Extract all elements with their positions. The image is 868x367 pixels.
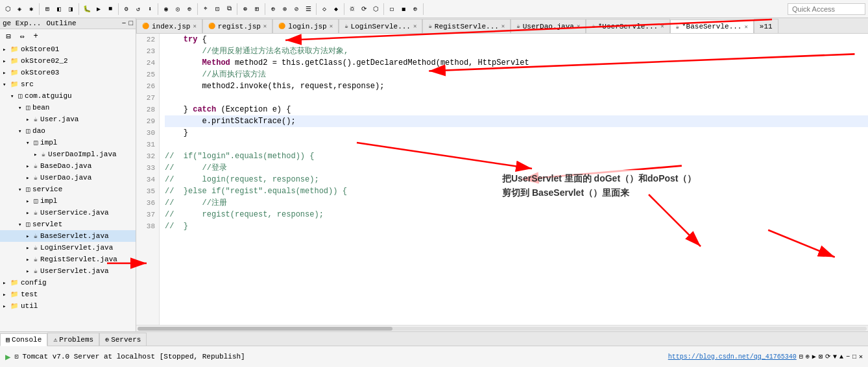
tab-close-button[interactable]: ✕ xyxy=(330,23,333,30)
sidebar-item-userservlet_java[interactable]: ▸☕UserServlet.java xyxy=(0,265,136,277)
toolbar-icon-4[interactable]: ⊞ xyxy=(42,4,53,14)
tab-loginservle[interactable]: ☕LoginServle...✕ xyxy=(339,19,422,33)
play-icon[interactable]: ▶ xyxy=(812,353,816,361)
sidebar-item-util[interactable]: ▸📁util xyxy=(0,300,136,312)
sidebar-item-registservlet_java[interactable]: ▸☕RegistServlet.java xyxy=(0,254,136,265)
toolbar-icon-9[interactable]: ⬇ xyxy=(145,4,155,14)
tab-login_jsp[interactable]: 🟠login.jsp✕ xyxy=(272,19,339,33)
editor-area[interactable]: 2223242526272829303132333435363738 try {… xyxy=(136,34,868,325)
toolbar-icon-26[interactable]: ⬡ xyxy=(370,4,381,14)
bottom-icon-4[interactable]: ▼ xyxy=(833,353,837,361)
tab-userservle[interactable]: ☕*UserServle...✕ xyxy=(586,19,669,33)
sidebar-item-bean[interactable]: ▾◫bean xyxy=(0,102,136,113)
bottom-icon-2[interactable]: ⊕ xyxy=(806,353,810,361)
toolbar-icon-21[interactable]: ☰ xyxy=(303,4,313,14)
sidebar-item-service[interactable]: ▾◫service xyxy=(0,184,136,195)
sidebar-item-basedao_java[interactable]: ▸☕BaseDao.java xyxy=(0,160,136,172)
tab-userdao_java[interactable]: ☕UserDao.java✕ xyxy=(511,19,586,33)
toolbar-icon-2[interactable]: ◈ xyxy=(14,4,25,14)
toolbar-icon-15[interactable]: ⧉ xyxy=(224,4,234,14)
toolbar-icon-17[interactable]: ⊞ xyxy=(252,4,262,14)
toolbar-icon-22[interactable]: ◇ xyxy=(319,4,330,14)
tab-close-button[interactable]: ✕ xyxy=(413,23,416,30)
toolbar-icon-3[interactable]: ✱ xyxy=(26,4,36,14)
toolbar-icon-29[interactable]: ⊕ xyxy=(410,4,420,14)
toolbar-icon-19[interactable]: ⊗ xyxy=(280,4,290,14)
toolbar-icon-27[interactable]: ◻ xyxy=(387,4,397,14)
tab-close-button[interactable]: ✕ xyxy=(660,23,664,30)
line-number-27: 27 xyxy=(140,92,155,104)
toolbar-icon-20[interactable]: ⊘ xyxy=(291,4,302,14)
toolbar-icon-11[interactable]: ◎ xyxy=(173,4,183,14)
bottom-close-icon[interactable]: ✕ xyxy=(859,353,863,361)
sidebar-item-test[interactable]: ▸📁test xyxy=(0,289,136,300)
toolbar-icon-1[interactable]: ⬡ xyxy=(3,4,13,14)
sidebar-item-userdao_java[interactable]: ▸☕UserDao.java xyxy=(0,172,136,184)
tab-close-button[interactable]: ✕ xyxy=(744,23,747,30)
toolbar-icon-13[interactable]: ⌖ xyxy=(200,4,211,14)
toolbar-icon-5[interactable]: ◧ xyxy=(54,4,64,14)
bottom-tab-problems[interactable]: ⚠Problems xyxy=(47,333,99,346)
bottom-icon-1[interactable]: ⊟ xyxy=(799,353,803,361)
toolbar-icon-24[interactable]: ⛭ xyxy=(347,4,357,14)
bottom-icon-minimize[interactable]: − xyxy=(846,353,850,361)
sidebar-item-com_atguigu[interactable]: ▾◫com.atguigu xyxy=(0,90,136,102)
toolbar-icon-7[interactable]: ⚙ xyxy=(121,4,132,14)
sidebar-item-servlet[interactable]: ▾◫servlet xyxy=(0,219,136,230)
tab-file-icon: 🟠 xyxy=(142,23,149,30)
toolbar-icon-14[interactable]: ⊡ xyxy=(212,4,223,14)
tab-close-button[interactable]: ✕ xyxy=(263,23,267,30)
bottom-tab-icon-console: ▤ xyxy=(6,336,10,344)
tab-baseservle[interactable]: ☕*BaseServle...✕ xyxy=(670,19,754,34)
new-icon[interactable]: + xyxy=(30,30,42,42)
tab-close-button[interactable]: ✕ xyxy=(577,23,580,30)
sidebar-minimize-button[interactable]: − xyxy=(122,19,127,27)
tab-index_jsp[interactable]: 🟠index.jsp✕ xyxy=(136,19,202,33)
sidebar-item-impl[interactable]: ▾◫impl xyxy=(0,137,136,148)
bottom-icon-5[interactable]: ▲ xyxy=(839,353,843,361)
bottom-icon-3[interactable]: ⟳ xyxy=(825,353,830,361)
collapse-all-icon[interactable]: ⊟ xyxy=(3,30,14,42)
sidebar-item-baseservlet_java[interactable]: ▸☕BaseServlet.java xyxy=(0,230,136,242)
debug-icon[interactable]: 🐛 xyxy=(82,4,92,14)
sidebar-item-user_java[interactable]: ▸☕User.java xyxy=(0,113,136,125)
sidebar-item-impl2[interactable]: ▸◫impl xyxy=(0,195,136,207)
url-link[interactable]: https://blog.csdn.net/qq_41765340 xyxy=(668,353,797,361)
sidebar-maximize-button[interactable]: □ xyxy=(128,19,133,27)
toolbar-icon-23[interactable]: ◆ xyxy=(331,4,341,14)
tab-registservle[interactable]: ☕RegistServle...✕ xyxy=(422,19,511,33)
tab-close-button[interactable]: ✕ xyxy=(501,23,505,30)
bottom-tab-servers[interactable]: ⊕Servers xyxy=(99,333,147,346)
toolbar-icon-6[interactable]: ◨ xyxy=(66,4,76,14)
stop-bottom-icon[interactable]: ⊠ xyxy=(819,353,823,361)
bottom-tab-console[interactable]: ▤Console xyxy=(0,333,47,346)
tree-expand-icon: ▸ xyxy=(26,233,34,240)
sidebar-item-dao[interactable]: ▾◫dao xyxy=(0,125,136,137)
toolbar-icon-16[interactable]: ⊛ xyxy=(240,4,250,14)
toolbar-icon-12[interactable]: ⊕ xyxy=(184,4,195,14)
bottom-icon-maximize[interactable]: □ xyxy=(852,353,856,361)
line-number-33: 33 xyxy=(140,162,155,174)
sidebar-item-config[interactable]: ▸📁config xyxy=(0,277,136,289)
quick-access-input[interactable] xyxy=(788,3,865,15)
sidebar-item-bookstore01[interactable]: ▸📁okStore01 xyxy=(0,43,136,55)
sidebar-item-bookstore02_2[interactable]: ▸📁okStore02_2 xyxy=(0,55,136,67)
toolbar-icon-18[interactable]: ⊕ xyxy=(268,4,278,14)
tab-overflow-button[interactable]: »11 xyxy=(754,19,778,33)
tab-regist_jsp[interactable]: 🟠regist.jsp✕ xyxy=(202,19,272,33)
tab-close-button[interactable]: ✕ xyxy=(193,23,196,30)
toolbar-icon-25[interactable]: ⟳ xyxy=(359,4,369,14)
sidebar-item-userservice_java[interactable]: ▸☕UserService.java xyxy=(0,207,136,219)
link-editor-icon[interactable]: ⇔ xyxy=(16,30,28,42)
horizontal-scrollbar[interactable] xyxy=(136,325,868,331)
sidebar-item-src[interactable]: ▾📁src xyxy=(0,78,136,90)
stop-icon[interactable]: ■ xyxy=(105,4,115,14)
sidebar-item-bookstore03[interactable]: ▸📁okStore03 xyxy=(0,67,136,78)
toolbar-icon-10[interactable]: ◉ xyxy=(161,4,171,14)
toolbar-icon-8[interactable]: ↺ xyxy=(133,4,143,14)
run-icon[interactable]: ▶ xyxy=(93,4,104,14)
code-lines: try { //使用反射通过方法名动态获取方法对象, Method method… xyxy=(160,34,868,325)
toolbar-icon-28[interactable]: ◼ xyxy=(398,4,409,14)
sidebar-item-userdaoimpl_java[interactable]: ▸☕UserDaoImpl.java xyxy=(0,148,136,160)
sidebar-item-loginservlet_java[interactable]: ▸☕LoginServlet.java xyxy=(0,242,136,254)
